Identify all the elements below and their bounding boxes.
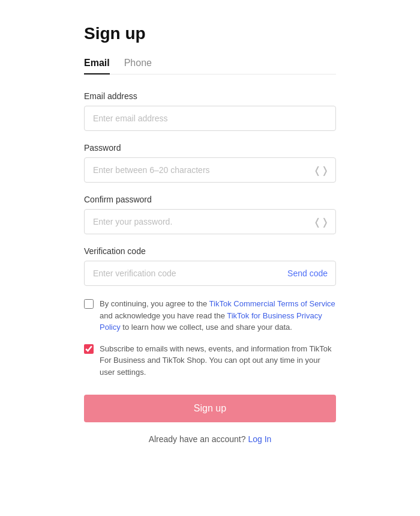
- privacy-link[interactable]: TikTok for Business Privacy Policy: [100, 311, 322, 332]
- confirm-password-eye-icon[interactable]: ❬❭: [313, 216, 329, 228]
- subscribe-checkbox-row: Subscribe to emails with news, events, a…: [84, 343, 336, 378]
- email-input[interactable]: [84, 106, 336, 131]
- send-code-button[interactable]: Send code: [287, 269, 328, 278]
- password-eye-icon[interactable]: ❬❭: [313, 165, 329, 176]
- verification-label: Verification code: [84, 246, 336, 256]
- password-label: Password: [84, 143, 336, 153]
- page-title: Sign up: [84, 24, 336, 43]
- email-input-wrapper: [84, 106, 336, 131]
- email-label: Email address: [84, 91, 336, 101]
- subscribe-label: Subscribe to emails with news, events, a…: [100, 343, 336, 378]
- email-field-group: Email address: [84, 91, 336, 131]
- verification-input-wrapper: Send code: [84, 261, 336, 286]
- confirm-password-label: Confirm password: [84, 195, 336, 204]
- password-input-wrapper: ❬❭: [84, 157, 336, 183]
- terms-checkbox[interactable]: [84, 299, 94, 309]
- terms-label: By continuing, you agree to the TikTok C…: [100, 298, 336, 333]
- tab-email[interactable]: Email: [84, 58, 110, 74]
- auth-tabs: Email Phone: [84, 58, 336, 74]
- confirm-password-input-wrapper: ❬❭: [84, 209, 336, 234]
- signup-form: Sign up Email Phone Email address Passwo…: [72, 0, 348, 468]
- terms-checkbox-row: By continuing, you agree to the TikTok C…: [84, 298, 336, 333]
- verification-field-group: Verification code Send code: [84, 246, 336, 286]
- login-link[interactable]: Log In: [248, 434, 271, 444]
- confirm-password-input[interactable]: [84, 209, 336, 234]
- password-input[interactable]: [84, 157, 336, 183]
- confirm-password-field-group: Confirm password ❬❭: [84, 195, 336, 234]
- login-row: Already have an account? Log In: [84, 434, 336, 444]
- password-field-group: Password ❬❭: [84, 143, 336, 183]
- tab-phone[interactable]: Phone: [124, 58, 152, 74]
- terms-link[interactable]: TikTok Commercial Terms of Service: [209, 299, 335, 308]
- signup-button[interactable]: Sign up: [84, 395, 336, 422]
- subscribe-checkbox[interactable]: [84, 344, 94, 354]
